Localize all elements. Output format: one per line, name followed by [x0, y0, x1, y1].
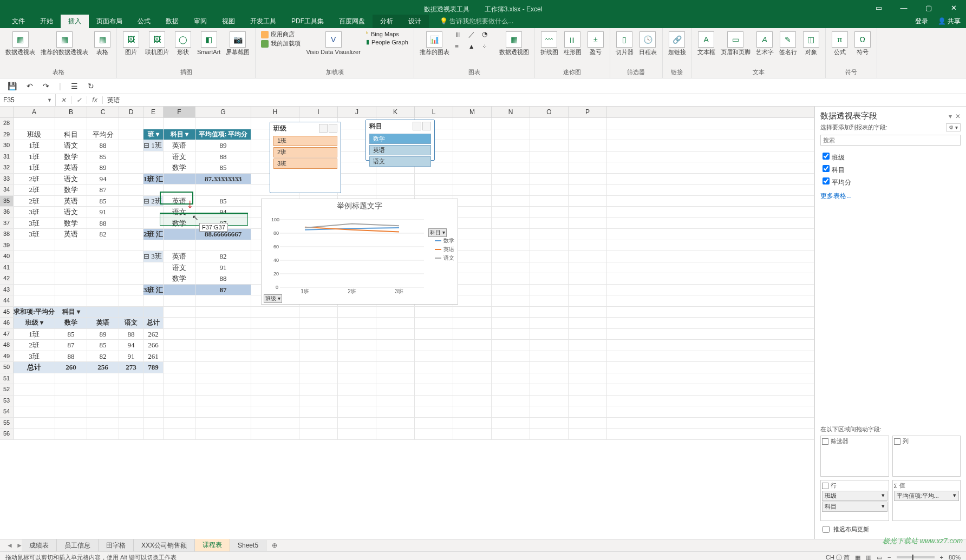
row-header[interactable]: 52 [0, 384, 14, 395]
slicer-item[interactable]: 3班 [273, 159, 337, 169]
cell[interactable]: 94 [87, 174, 119, 185]
view-break-icon[interactable]: ▭ [877, 554, 882, 561]
cell[interactable] [530, 273, 569, 284]
cell[interactable]: 求和项:平均分 [14, 307, 55, 318]
pivottable-button[interactable]: ▦数据透视表 [5, 30, 35, 55]
cell[interactable] [492, 240, 530, 251]
cell[interactable] [195, 329, 251, 340]
cell[interactable] [55, 118, 87, 129]
cell[interactable] [453, 229, 492, 240]
pivot-chart[interactable]: 举例标题文字 100806040200 1班 2班 3班 科目 ▾ 数学 [261, 199, 458, 305]
pie-chart-icon[interactable]: ◔ [482, 30, 493, 41]
cell[interactable] [569, 307, 607, 318]
cell[interactable]: 英语 [164, 140, 195, 151]
cell[interactable]: 85 [195, 162, 251, 173]
cell[interactable]: 数学 [164, 218, 195, 229]
view-layout-icon[interactable]: ▥ [866, 554, 871, 561]
cell[interactable] [14, 285, 55, 295]
row-header[interactable]: 31 [0, 151, 14, 162]
cell[interactable]: 85 [55, 329, 87, 340]
cell[interactable] [530, 362, 569, 373]
row-header[interactable]: 53 [0, 396, 14, 406]
cell[interactable] [453, 218, 492, 229]
cell[interactable] [55, 396, 87, 406]
cell[interactable] [530, 162, 569, 173]
cell[interactable]: 262 [143, 329, 164, 340]
cell[interactable]: 科目 [55, 129, 87, 140]
cell[interactable] [164, 406, 195, 417]
slicer-item[interactable]: 语文 [369, 156, 431, 167]
zoom-out-icon[interactable]: − [887, 554, 891, 560]
tell-me[interactable]: 💡 告诉我您想要做什么... [440, 17, 513, 28]
cell[interactable] [338, 384, 376, 395]
col-header[interactable]: P [569, 107, 607, 117]
cell[interactable] [299, 318, 338, 328]
cell[interactable] [453, 251, 492, 262]
cell[interactable]: 273 [119, 362, 143, 373]
cell[interactable]: 91 [195, 262, 251, 273]
chart-axis-field[interactable]: 班级 ▾ [264, 294, 282, 303]
slicer-button[interactable]: ▯切片器 [616, 30, 634, 55]
cell[interactable] [376, 373, 415, 384]
col-header[interactable]: H [251, 107, 299, 117]
cell[interactable] [492, 140, 530, 151]
cell[interactable]: 3班 [14, 229, 55, 240]
cell[interactable]: 平均值项: 平均分 [195, 129, 251, 140]
cell[interactable] [453, 185, 492, 195]
cell[interactable] [143, 384, 164, 395]
cell[interactable] [299, 307, 338, 318]
cell[interactable]: 科目 ▾ [55, 307, 87, 318]
cell[interactable]: 1班 汇总 [143, 174, 164, 185]
cell[interactable] [569, 285, 607, 295]
row-header[interactable]: 44 [0, 295, 14, 306]
cell[interactable] [251, 429, 299, 439]
cell[interactable]: 88 [195, 151, 251, 162]
cell[interactable] [376, 351, 415, 362]
cell[interactable] [143, 240, 164, 251]
cell[interactable] [55, 406, 87, 417]
row-header[interactable]: 54 [0, 406, 14, 417]
cell[interactable]: 英语 [55, 229, 87, 240]
myaddins-button[interactable]: 我的加载项 [261, 39, 301, 48]
view-normal-icon[interactable]: ▦ [855, 554, 860, 561]
cell[interactable] [415, 329, 453, 340]
cell[interactable] [492, 362, 530, 373]
smartart-button[interactable]: ◧SmartArt [197, 30, 220, 55]
cell[interactable] [251, 373, 299, 384]
redo-icon[interactable]: ↷ [43, 82, 49, 90]
cell[interactable] [492, 129, 530, 140]
cell[interactable] [119, 429, 143, 439]
sparkline-winloss-button[interactable]: ±盈亏 [587, 30, 604, 55]
sheet-tab[interactable]: 课程表 [195, 539, 230, 552]
cell[interactable] [119, 273, 143, 284]
sheet-tab[interactable]: Sheet5 [230, 540, 266, 551]
cell[interactable] [338, 329, 376, 340]
symbol-button[interactable]: Ω符号 [854, 30, 871, 55]
area-columns[interactable]: 列 [892, 436, 961, 477]
row-header[interactable]: 40 [0, 251, 14, 262]
cell[interactable] [492, 340, 530, 351]
cell[interactable] [338, 174, 376, 185]
cell[interactable] [376, 174, 415, 185]
cell[interactable]: 1班 [14, 140, 55, 151]
touch-mode-icon[interactable]: ☰ [71, 82, 78, 90]
cell[interactable] [569, 185, 607, 195]
cell[interactable]: 3班 [14, 207, 55, 218]
cell[interactable]: 88 [119, 329, 143, 340]
row-header[interactable]: 49 [0, 351, 14, 362]
cell[interactable] [492, 151, 530, 162]
cell[interactable] [14, 240, 55, 251]
cancel-icon[interactable]: ✕ [56, 96, 71, 104]
cell[interactable] [299, 418, 338, 429]
cell[interactable] [453, 418, 492, 429]
zoom-level[interactable]: 80% [949, 554, 961, 560]
cell[interactable] [164, 118, 195, 129]
cell[interactable] [87, 251, 119, 262]
sheet-nav-next[interactable]: ► [16, 542, 23, 549]
column-chart-icon[interactable]: ⫼ [455, 30, 466, 41]
cell[interactable] [14, 373, 55, 384]
tab-insert[interactable]: 插入 [61, 15, 89, 28]
cell[interactable] [530, 151, 569, 162]
cell[interactable] [143, 429, 164, 439]
cell[interactable] [376, 406, 415, 417]
